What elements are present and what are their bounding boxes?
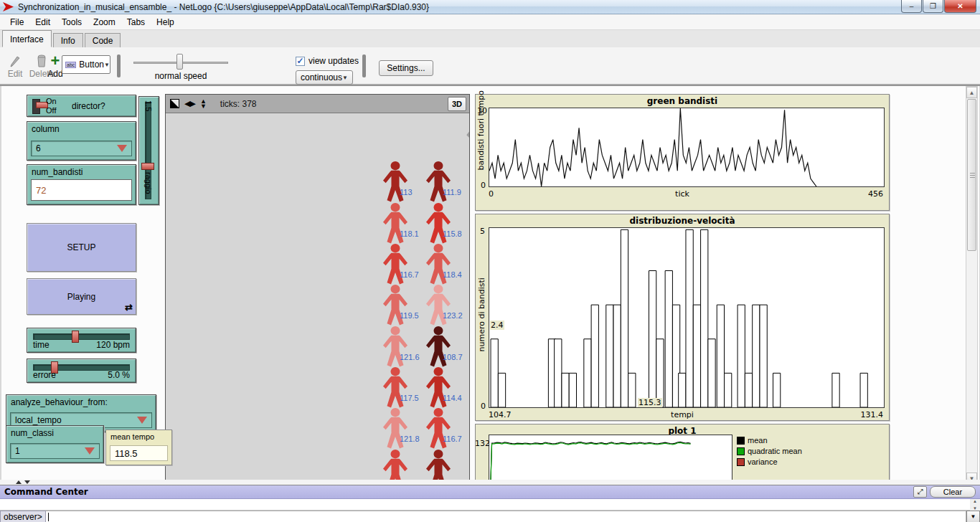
edit-widget-button[interactable]: Edit: [4, 53, 26, 79]
x-axis-label: tick: [476, 189, 889, 199]
text-caret: [48, 513, 49, 521]
command-input[interactable]: [46, 511, 966, 522]
turtle-tempo-label: 111.9: [443, 188, 461, 196]
toolbar-separator: [117, 54, 121, 77]
detach-icon[interactable]: ⤢: [913, 486, 927, 498]
command-output[interactable]: [0, 499, 970, 511]
slider-errore[interactable]: errore 5.0 %: [27, 359, 136, 383]
output-scrollbar[interactable]: ▲▼: [970, 499, 980, 511]
menu-item-file[interactable]: File: [4, 16, 29, 29]
tab-code[interactable]: Code: [85, 33, 121, 47]
plot-title: green bandisti: [476, 95, 889, 106]
slider-label: errore: [33, 370, 56, 380]
y-axis-label: numero di bandisti: [477, 280, 486, 352]
slider-raggio[interactable]: 1.5 raggio: [138, 96, 159, 205]
title-bar[interactable]: Synchronization_in_musical_ensamble_ - N…: [0, 0, 980, 14]
tab-interface[interactable]: Interface: [2, 30, 52, 47]
view-canvas[interactable]: 119.2113111.9114116119.6118.5118.1115.81…: [166, 113, 469, 485]
slider-handle[interactable]: [141, 163, 154, 170]
settings-button[interactable]: Settings...: [379, 60, 433, 76]
conductor-turtle: 119.2: [461, 113, 469, 162]
bandista-turtle: 111.9: [422, 161, 455, 202]
switch-director[interactable]: On Off director?: [27, 95, 136, 117]
interface-vertical-scrollbar[interactable]: ▲ ▼: [966, 86, 978, 485]
switch-track[interactable]: [32, 99, 40, 114]
bandista-turtle: 113.5: [465, 202, 469, 244]
scroll-up-icon[interactable]: ▲: [966, 87, 977, 98]
update-mode-select[interactable]: continuous ▼: [296, 70, 353, 85]
bandista-turtle: 116.8: [465, 407, 469, 449]
legend-swatch-icon: [737, 447, 745, 455]
turtle-tempo-label: 121.8: [400, 435, 420, 443]
view-3d-button[interactable]: 3D: [448, 97, 466, 111]
bandista-turtle: 113: [379, 161, 412, 202]
x-tick: 115.3: [638, 398, 662, 407]
menu-item-help[interactable]: Help: [151, 16, 180, 29]
minimize-button[interactable]: –: [901, 0, 922, 13]
close-button[interactable]: ✕: [944, 0, 976, 13]
bandista-turtle: 118.1: [379, 202, 412, 244]
slider-time[interactable]: time 120 bpm: [27, 328, 136, 353]
playing-button[interactable]: Playing ⇄: [27, 278, 136, 315]
plot-canvas: [489, 435, 732, 485]
bandista-turtle: 115.8: [422, 202, 455, 244]
plot-legend: meanquadratic meanvariance: [737, 436, 802, 468]
legend-label: variance: [748, 457, 778, 466]
menu-item-tabs[interactable]: Tabs: [121, 16, 151, 29]
menu-item-edit[interactable]: Edit: [29, 16, 56, 29]
turtle-tempo-label: 113: [400, 188, 413, 196]
turtle-tempo-label: 116.7: [443, 435, 462, 443]
tab-info[interactable]: Info: [53, 33, 83, 47]
view-updates-checkbox[interactable]: ✓ view updates: [296, 56, 359, 66]
slider-track[interactable]: [33, 333, 130, 340]
turtle-tempo-label: 108.7: [443, 353, 463, 361]
widget-type-select[interactable]: abc Button ▼: [62, 55, 110, 74]
y-tick: 5: [480, 227, 485, 236]
monitor-value: 118.5: [110, 445, 168, 461]
splitter-down-icon[interactable]: [24, 480, 30, 484]
pencil-icon: [4, 53, 26, 69]
window-title: Synchronization_in_musical_ensamble_ - N…: [18, 2, 429, 12]
bandista-turtle: 123.2: [422, 284, 455, 326]
observer-prompt[interactable]: observer>: [0, 511, 46, 522]
input-field[interactable]: 72: [31, 179, 132, 201]
menu-item-zoom[interactable]: Zoom: [88, 16, 121, 29]
bandista-turtle: 121.8: [379, 407, 412, 449]
chevron-down-icon: [117, 145, 127, 152]
ticks-counter: ticks: 378: [220, 99, 257, 109]
slider-label: time: [33, 340, 50, 350]
restore-button[interactable]: ❐: [923, 0, 943, 13]
splitter-up-icon[interactable]: [16, 480, 22, 484]
command-center-splitter[interactable]: [0, 480, 980, 485]
forever-icon: ⇄: [125, 302, 133, 313]
agent-type-dropdown[interactable]: ▼: [966, 511, 980, 522]
chooser-column[interactable]: column 6: [27, 121, 136, 161]
chooser-num-classi[interactable]: num_classi 1: [6, 425, 104, 463]
plot-plot1: plot 1 132 meanquadratic meanvariance: [475, 424, 890, 485]
chooser-value[interactable]: 1: [10, 443, 100, 459]
speed-slider-thumb[interactable]: [176, 54, 183, 70]
plot-distribuzione-velocita: distribuzione-velocità 5 2.4 0 numero di…: [475, 214, 890, 421]
menu-item-tools[interactable]: Tools: [56, 16, 88, 29]
resize-view-icon[interactable]: [170, 99, 179, 108]
command-center-header: Command Center ⤢ Clear: [0, 485, 980, 499]
input-num-bandisti[interactable]: num_bandisti 72: [27, 164, 136, 205]
setup-button[interactable]: SETUP: [27, 223, 136, 272]
switch-label: director?: [72, 101, 105, 111]
chooser-value[interactable]: 6: [31, 141, 132, 156]
plot-canvas: [489, 108, 885, 187]
horizontal-arrows-icon[interactable]: ◀▶: [184, 99, 195, 108]
widget-type-value: Button: [79, 60, 104, 70]
bandista-turtle: 119.5: [379, 284, 412, 326]
checkmark-icon[interactable]: ✓: [296, 57, 305, 66]
command-center-title: Command Center: [4, 487, 88, 497]
vertical-arrows-icon[interactable]: ▲▼: [200, 99, 207, 109]
legend-item: mean: [737, 436, 802, 445]
command-input-row: observer> ▼: [0, 511, 980, 522]
bandista-turtle: 116.7: [422, 407, 455, 449]
scrollbar-thumb[interactable]: [967, 99, 976, 251]
y-axis-label: bandisti fuori tempo: [476, 120, 486, 171]
bandista-turtle: 119.1: [465, 284, 469, 326]
tab-bar: Interface Info Code: [0, 30, 980, 47]
clear-button[interactable]: Clear: [930, 486, 976, 498]
